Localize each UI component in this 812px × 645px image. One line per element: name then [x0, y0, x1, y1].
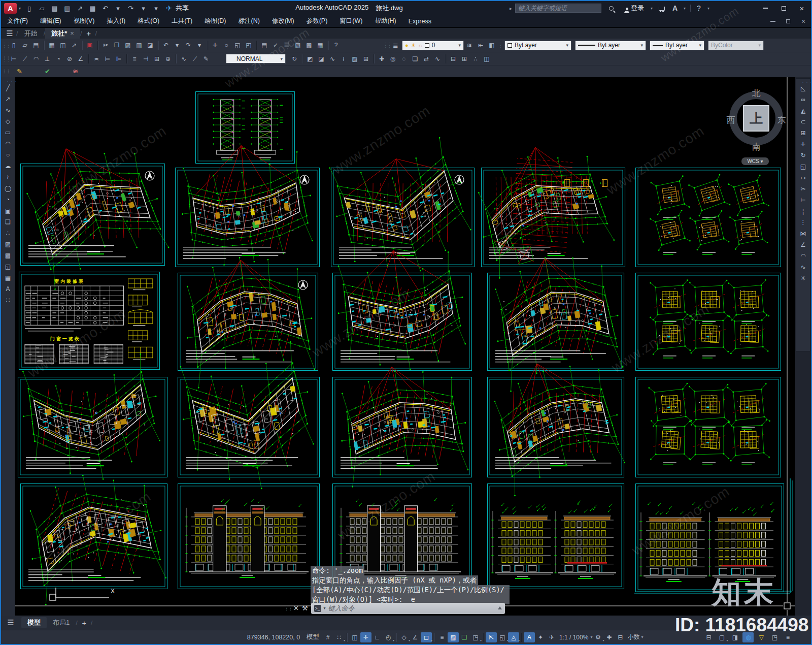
arc-icon[interactable]: ◠ [3, 138, 14, 149]
autodesk-icon[interactable]: A [668, 4, 682, 12]
dim-break-icon[interactable]: ⊣ [140, 54, 151, 64]
menu-0[interactable]: 文件(F) [4, 15, 31, 27]
copy-nested-icon[interactable]: ❏ [410, 54, 421, 64]
grid-icon[interactable]: # [322, 632, 333, 642]
move-icon[interactable]: ✛ [798, 139, 809, 150]
qnew-icon[interactable]: ▯ [8, 40, 19, 50]
save-as-icon[interactable]: ▥ [61, 3, 74, 13]
plot-icon[interactable]: ▦ [86, 3, 99, 13]
tab-layout1[interactable]: 布局1 [47, 616, 76, 630]
dim-oblique-icon[interactable]: ⟋ [189, 54, 200, 64]
lineweight-display-icon[interactable]: ≡ [436, 632, 448, 642]
cart-icon[interactable] [655, 4, 668, 12]
new-tab-icon[interactable]: + [82, 29, 95, 38]
chamfer-icon[interactable]: ∠ [798, 239, 809, 250]
preview-icon[interactable]: ◫ [57, 40, 69, 50]
annotation-scale[interactable]: 1:1 / 100% [559, 634, 588, 641]
polygon-icon[interactable]: ◇ [3, 116, 14, 127]
fillet-icon[interactable]: ◠ [798, 250, 809, 262]
plot-icon[interactable]: ▦ [46, 40, 57, 50]
quick-calc-icon[interactable]: ⊞ [459, 54, 470, 64]
annotation-visibility-icon[interactable]: A [524, 632, 535, 642]
zoom-previous-icon[interactable]: ◰ [243, 40, 254, 50]
trim-icon[interactable]: ✂ [798, 183, 809, 195]
draworder-back-icon[interactable]: ◪ [316, 54, 327, 64]
hatch-icon[interactable]: ▨ [3, 239, 14, 250]
cut-icon[interactable]: ✂ [100, 40, 111, 50]
menu-5[interactable]: 工具(T) [168, 15, 196, 27]
doc-close-button[interactable]: × [796, 15, 811, 27]
isometric-draft-icon[interactable]: ◇▾ [398, 632, 410, 642]
tab-start[interactable]: 开始 [18, 28, 44, 39]
create-block-icon[interactable]: ❏ [3, 216, 14, 228]
erase-icon[interactable]: ◺ [798, 83, 809, 94]
copy-icon[interactable]: ∞ [798, 94, 809, 105]
dim-style-combo[interactable]: NORMAL▾ [226, 54, 286, 63]
share-label[interactable]: 共享 [176, 4, 189, 13]
signin-dd-icon[interactable]: ▾ [648, 6, 655, 11]
object-snap-icon[interactable]: ◻▾ [421, 632, 432, 642]
region-icon[interactable]: ◱ [3, 261, 14, 272]
menu-4[interactable]: 格式(O) [134, 15, 163, 27]
viewcube-east[interactable]: 东 [775, 114, 788, 126]
blend-curves-icon[interactable]: ∿ [798, 262, 809, 273]
polar-tracking-icon[interactable]: ◴▾ [383, 632, 394, 642]
ellipse-icon[interactable]: ◯ [3, 183, 14, 194]
zoom-window-icon[interactable]: ◱ [232, 40, 243, 50]
match-properties-icon[interactable]: ▥ [133, 40, 145, 50]
new-file-icon[interactable]: ▯ [23, 3, 36, 13]
command-grip[interactable]: ⋮⋮⋮⋮ [285, 606, 289, 610]
edit-polyline-icon[interactable]: ∿ [327, 54, 338, 64]
save-icon[interactable]: ▤ [30, 40, 42, 50]
scale-icon[interactable]: ◱ [798, 161, 809, 172]
dim-quick-icon[interactable]: ≍ [91, 54, 102, 64]
layer-translate-icon[interactable]: ≋ [69, 67, 82, 77]
layer-on-icon[interactable]: ● [405, 42, 409, 48]
command-tools-icon[interactable]: ⚒ [302, 604, 308, 612]
undo-dd-icon[interactable]: ▾ [112, 3, 124, 13]
markup-icon[interactable]: ✓ [270, 40, 281, 50]
hide-objects-icon[interactable]: ◌ [398, 54, 410, 64]
command-close-icon[interactable]: ✕ [293, 604, 299, 612]
autoscale-icon[interactable]: ✦ [535, 632, 546, 642]
tab-model[interactable]: 模型 [21, 617, 47, 628]
menu-12[interactable]: Express [405, 15, 435, 27]
app-logo[interactable]: A [4, 3, 17, 14]
annotation-plus-icon[interactable]: ✚ [603, 632, 615, 642]
table-icon[interactable]: ▦ [3, 272, 14, 283]
view-cube[interactable]: 上 [743, 105, 769, 132]
blend-icon[interactable]: ∿ [432, 54, 443, 64]
dim-baseline-icon[interactable]: ⊨ [102, 54, 113, 64]
doc-minimize-button[interactable] [765, 15, 781, 27]
paste-icon[interactable]: ▨ [122, 40, 133, 50]
menu-3[interactable]: 插入(I) [103, 15, 129, 27]
menu-9[interactable]: 参数(P) [303, 15, 331, 27]
center-mark-icon[interactable]: ⊕ [162, 54, 174, 64]
polyline-icon[interactable]: ∿ [3, 105, 14, 116]
layer-sun-icon[interactable]: ☀ [411, 42, 416, 49]
dynamic-input-icon[interactable]: ✛ [360, 632, 371, 642]
zoom-realtime-icon[interactable]: ○ [221, 40, 232, 50]
signin-label[interactable]: 登录 [631, 4, 644, 13]
redo-dd-icon[interactable]: ▾ [194, 40, 205, 50]
app-menu-dd-icon[interactable]: ▾ [17, 6, 23, 11]
tolerance-icon[interactable]: ⊞ [151, 54, 162, 64]
3d-object-snap-icon[interactable]: ◳▾ [470, 632, 481, 642]
menu-11[interactable]: 帮助(H) [371, 15, 399, 27]
stretch-icon[interactable]: ↦ [798, 172, 809, 183]
close-button[interactable]: × [793, 1, 811, 15]
section-plane-icon[interactable]: ◫ [481, 54, 492, 64]
properties-icon[interactable]: ☰ [281, 40, 292, 50]
workspace-switching-icon[interactable]: ⚙▾ [592, 632, 603, 642]
viewcube-west[interactable]: 西 [725, 114, 737, 126]
share-icon[interactable]: ✈ [162, 4, 176, 12]
menu-1[interactable]: 编辑(E) [37, 15, 65, 27]
calculator-icon[interactable]: ▦ [315, 40, 326, 50]
dim-angular-icon[interactable]: ∠ [75, 54, 86, 64]
layer-properties-icon[interactable]: ≣ [389, 40, 402, 50]
hamburger-icon[interactable]: ☰ [3, 29, 16, 38]
pan-icon[interactable]: ✛ [210, 40, 221, 50]
menu-8[interactable]: 修改(M) [268, 15, 298, 27]
export-icon[interactable]: ↗ [74, 3, 86, 13]
plotstyle-combo[interactable]: ByColor▾ [708, 41, 764, 50]
